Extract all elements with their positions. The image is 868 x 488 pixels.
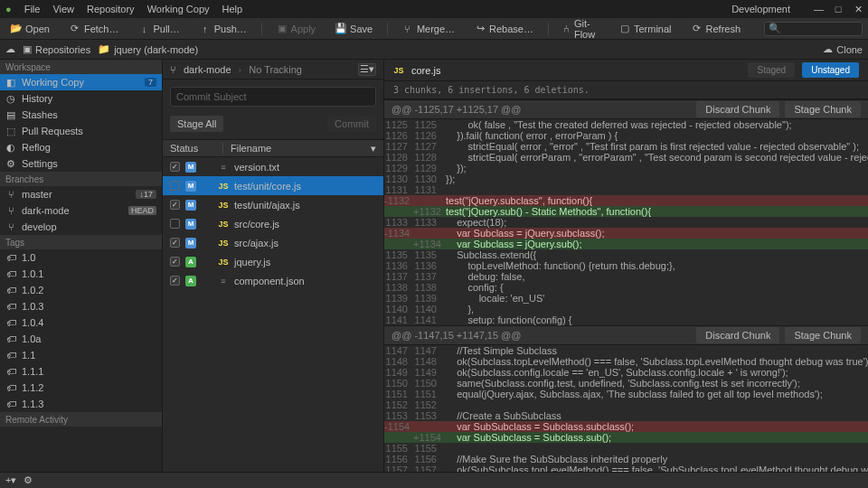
current-branch[interactable]: dark-mode — [184, 64, 231, 75]
tag-1.1[interactable]: 🏷1.1 — [0, 347, 162, 363]
branch-develop[interactable]: ⑂develop — [0, 219, 162, 235]
stage-checkbox[interactable]: ✓ — [170, 257, 180, 267]
diff-line[interactable]: 11531153 //Create a SubSubclass — [384, 410, 868, 421]
tag-1.1.3[interactable]: 🏷1.1.3 — [0, 396, 162, 412]
diff-line[interactable]: 11381138 config: { — [384, 282, 868, 293]
menu-working-copy[interactable]: Working Copy — [147, 4, 210, 14]
sidebar-item-history[interactable]: ◷History — [0, 90, 162, 107]
menu-help[interactable]: Help — [222, 4, 243, 14]
diff-line[interactable]: 11251125 ok( false , "Test the created d… — [384, 119, 868, 130]
tag-1.1.1[interactable]: 🏷1.1.1 — [0, 363, 162, 380]
branch-dark-mode[interactable]: ⑂dark-modeHEAD — [0, 202, 162, 219]
fetch-button[interactable]: ⟳Fetch… — [64, 22, 125, 36]
maximize-icon[interactable]: □ — [834, 4, 843, 15]
pull-button[interactable]: ↓Pull… — [133, 22, 184, 36]
diff-line[interactable]: 11271127 strictEqual( error , "error" , … — [384, 141, 868, 152]
diff-line[interactable]: 11561156 //Make Sure the SubSubclass inh… — [384, 454, 868, 465]
stage-checkbox[interactable] — [170, 219, 180, 229]
commit-button[interactable]: Commit — [327, 116, 376, 132]
diff-line[interactable]: -1134 var Subclass = jQuery.subclass(); — [384, 228, 868, 239]
diff-line[interactable]: 11481148 ok(Subclass.topLevelMethod() ==… — [384, 356, 868, 367]
apply-button[interactable]: ▣Apply — [271, 22, 322, 36]
sidebar-item-pull-requests[interactable]: ⬚Pull Requests — [0, 123, 162, 139]
breadcrumb-repo[interactable]: 📁jquery (dark-mode) — [98, 43, 198, 55]
diff-line[interactable]: 11311131 — [384, 184, 868, 195]
rebase-button[interactable]: ↪Rebase… — [469, 22, 539, 36]
refresh-button[interactable]: ⟳Refresh — [686, 22, 747, 36]
tag-1.0.2[interactable]: 🏷1.0.2 — [0, 282, 162, 298]
diff-line[interactable]: 11301130}); — [384, 174, 868, 184]
commit-message-input[interactable]: Commit Subject — [170, 87, 376, 107]
tag-1.0a[interactable]: 🏷1.0a — [0, 331, 162, 347]
file-row[interactable]: MJStest/unit/core.js — [163, 176, 383, 195]
diff-line[interactable]: 11391139 locale: 'en_US' — [384, 293, 868, 304]
file-row[interactable]: ✓MJStest/unit/ajax.js — [163, 195, 383, 214]
menu-repository[interactable]: Repository — [87, 4, 135, 14]
unstaged-tab[interactable]: Unstaged — [802, 62, 859, 78]
diff-line[interactable]: +1132test("jQuery.sub() - Static Methods… — [384, 206, 868, 217]
diff-line[interactable]: 11351135 Subclass.extend({ — [384, 249, 868, 260]
clone-button[interactable]: ☁Clone — [823, 43, 863, 55]
diff-line[interactable]: -1132test("jQuery.subclass", function(){ — [384, 195, 868, 206]
file-row[interactable]: MJSsrc/core.js — [163, 214, 383, 233]
file-row[interactable]: ✓M≡version.txt — [163, 157, 383, 176]
diff-body[interactable]: @@ -1125,17 +1125,17 @@Discard ChunkStag… — [384, 99, 868, 472]
stage-all-button[interactable]: Stage All — [170, 116, 223, 132]
diff-line[interactable]: 11291129 }); — [384, 163, 868, 174]
breadcrumb-repos[interactable]: ▣Repositories — [23, 43, 90, 55]
stage-checkbox[interactable] — [170, 181, 180, 191]
file-row[interactable]: ✓A≡component.json — [163, 271, 383, 290]
diff-line[interactable]: -1154 var SubSubclass = Subclass.subclas… — [384, 421, 868, 432]
gear-icon[interactable]: ⚙ — [24, 474, 33, 486]
staged-tab[interactable]: Staged — [748, 62, 795, 78]
diff-line[interactable]: 11571157 ok(SubSubclass.topLevelMethod()… — [384, 465, 868, 472]
branch-master[interactable]: ⑂master↓17 — [0, 186, 162, 202]
open-button[interactable]: 📂Open — [5, 22, 55, 36]
diff-line[interactable]: 11331133 expect(18); — [384, 217, 868, 228]
stage-checkbox[interactable]: ✓ — [170, 162, 180, 172]
diff-line[interactable]: 11501150 same(Subclass.config.test, unde… — [384, 378, 868, 389]
search-input[interactable]: 🔍 — [764, 22, 863, 36]
diff-line[interactable]: 11521152 — [384, 399, 868, 410]
sidebar-item-settings[interactable]: ⚙Settings — [0, 155, 162, 172]
diff-line[interactable]: 11411141 setup: function(config) { — [384, 314, 868, 325]
tracking-status[interactable]: No Tracking — [249, 64, 302, 75]
file-row[interactable]: ✓AJSjquery.js — [163, 252, 383, 271]
diff-line[interactable]: 11471147 //Test Simple Subclass — [384, 345, 868, 356]
minimize-icon[interactable]: — — [814, 4, 823, 15]
tag-1.0.4[interactable]: 🏷1.0.4 — [0, 314, 162, 331]
file-row[interactable]: ✓MJSsrc/ajax.js — [163, 233, 383, 252]
diff-line[interactable]: +1134 var Subclass = jQuery.sub(); — [384, 239, 868, 249]
stage-checkbox[interactable]: ✓ — [170, 276, 180, 286]
col-status[interactable]: Status — [170, 143, 215, 154]
close-icon[interactable]: ✕ — [854, 4, 863, 15]
discard-chunk-button[interactable]: Discard Chunk — [696, 101, 779, 117]
diff-line[interactable]: 11281128 strictEqual( errorParam , "erro… — [384, 152, 868, 163]
merge-button[interactable]: ⑂Merge… — [397, 22, 460, 36]
diff-line[interactable]: +1154 var SubSubclass = Subclass.sub(); — [384, 432, 868, 443]
add-button[interactable]: +▾ — [5, 474, 16, 486]
tag-1.0[interactable]: 🏷1.0 — [0, 249, 162, 266]
diff-line[interactable]: 11361136 topLevelMethod: function() {ret… — [384, 260, 868, 271]
stage-chunk-button[interactable]: Stage Chunk — [785, 101, 861, 117]
stage-checkbox[interactable]: ✓ — [170, 238, 180, 248]
diff-line[interactable]: 11491149 ok(Subclass.config.locale == 'e… — [384, 367, 868, 378]
discard-chunk-button[interactable]: Discard Chunk — [696, 327, 779, 343]
sidebar-item-working-copy[interactable]: ◧Working Copy7 — [0, 74, 162, 90]
options-button[interactable]: ☰▾ — [358, 63, 376, 76]
col-filename[interactable]: Filename▾ — [231, 143, 376, 155]
breadcrumb-cloud[interactable]: ☁ — [5, 43, 15, 55]
tag-1.0.3[interactable]: 🏷1.0.3 — [0, 298, 162, 314]
sidebar-item-stashes[interactable]: ▤Stashes — [0, 107, 162, 123]
menu-file[interactable]: File — [24, 4, 41, 14]
diff-line[interactable]: 11511151 equal(jQuery.ajax, Subclass.aja… — [384, 389, 868, 399]
terminal-button[interactable]: ▢Terminal — [614, 22, 677, 36]
diff-line[interactable]: 11261126 }).fail( function( error , erro… — [384, 130, 868, 141]
sidebar-item-reflog[interactable]: ◐Reflog — [0, 139, 162, 155]
diff-line[interactable]: 11371137 debug: false, — [384, 271, 868, 282]
tag-1.0.1[interactable]: 🏷1.0.1 — [0, 266, 162, 282]
diff-line[interactable]: 11401140 }, — [384, 304, 868, 314]
tag-1.1.2[interactable]: 🏷1.1.2 — [0, 380, 162, 396]
gitflow-button[interactable]: ⑃Git-Flow — [558, 16, 605, 42]
push-button[interactable]: ↑Push… — [194, 22, 252, 36]
